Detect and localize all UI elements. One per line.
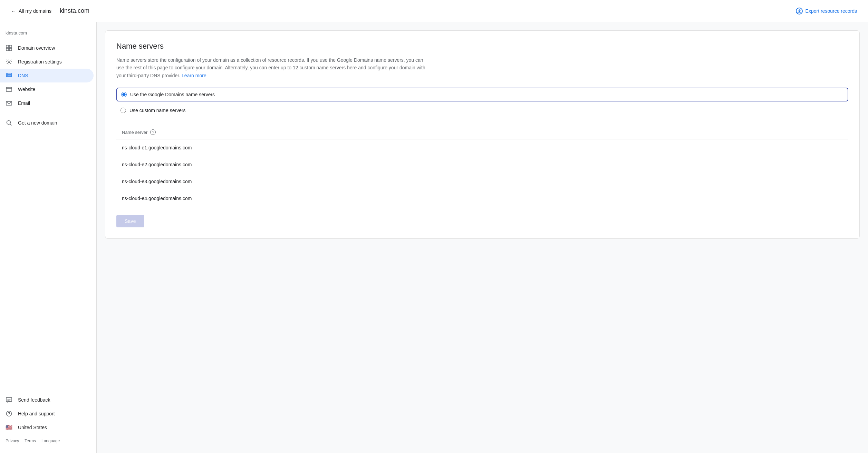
main-content: Name servers Name servers store the conf… xyxy=(97,22,868,453)
sidebar-item-domain-overview[interactable]: Domain overview xyxy=(0,41,94,55)
radio-custom-input[interactable] xyxy=(120,108,126,113)
svg-rect-0 xyxy=(6,45,9,48)
svg-point-14 xyxy=(9,415,9,415)
svg-rect-10 xyxy=(6,101,12,105)
radio-google-label: Use the Google Domains name servers xyxy=(130,92,215,97)
ns-value-2: ns-cloud-e2.googledomains.com xyxy=(122,162,192,167)
ns-row-1: ns-cloud-e1.googledomains.com xyxy=(116,139,848,156)
sidebar-item-get-new-domain[interactable]: Get a new domain xyxy=(0,116,94,130)
sidebar-item-label: Registration settings xyxy=(18,59,62,65)
sidebar-footer: Privacy Terms Language xyxy=(0,434,96,447)
ns-row-3: ns-cloud-e3.googledomains.com xyxy=(116,173,848,190)
card-title: Name servers xyxy=(116,42,848,51)
header-domain-title: kinsta.com xyxy=(60,7,89,14)
ns-row-2: ns-cloud-e2.googledomains.com xyxy=(116,156,848,173)
sidebar-item-label: Website xyxy=(18,87,35,92)
back-arrow-icon: ← xyxy=(11,8,16,14)
website-icon xyxy=(6,86,12,93)
sidebar-bottom: Send feedback Help and support 🇺🇸 United… xyxy=(0,384,96,447)
nameserver-table: Name server ? ns-cloud-e1.googledomains.… xyxy=(116,125,848,207)
sidebar-item-dns[interactable]: DNS xyxy=(0,69,94,82)
sidebar-item-label: Email xyxy=(18,100,30,106)
ns-row-4: ns-cloud-e4.googledomains.com xyxy=(116,190,848,207)
terms-link[interactable]: Terms xyxy=(25,439,36,443)
us-flag-icon: 🇺🇸 xyxy=(6,424,12,431)
ns-value-4: ns-cloud-e4.googledomains.com xyxy=(122,196,192,201)
name-servers-card: Name servers Name servers store the conf… xyxy=(105,30,860,239)
settings-icon xyxy=(6,58,12,65)
sidebar-item-label: Help and support xyxy=(18,411,55,416)
svg-rect-9 xyxy=(6,87,12,91)
dns-icon xyxy=(6,72,12,79)
radio-google-input[interactable] xyxy=(121,92,127,97)
header-left: ← All my domains kinsta.com xyxy=(8,7,89,15)
export-resource-records-button[interactable]: Export resource records xyxy=(793,6,860,16)
search-icon xyxy=(6,119,12,126)
sidebar-item-label: Domain overview xyxy=(18,45,55,51)
save-button[interactable]: Save xyxy=(116,215,144,227)
sidebar-item-help-support[interactable]: Help and support xyxy=(0,407,94,421)
ns-value-1: ns-cloud-e1.googledomains.com xyxy=(122,145,192,150)
card-description: Name servers store the configuration of … xyxy=(116,56,427,79)
sidebar-item-label: DNS xyxy=(18,73,28,78)
back-label: All my domains xyxy=(19,8,51,14)
svg-point-4 xyxy=(8,61,10,63)
help-circle-icon xyxy=(6,410,12,417)
radio-custom-label: Use custom name servers xyxy=(129,108,186,113)
feedback-icon xyxy=(6,396,12,403)
sidebar: kinsta.com Domain overview Regi xyxy=(0,22,97,453)
svg-rect-1 xyxy=(9,45,12,48)
ns-value-3: ns-cloud-e3.googledomains.com xyxy=(122,179,192,184)
svg-point-8 xyxy=(7,76,8,76)
sidebar-item-label: United States xyxy=(18,425,47,430)
sidebar-item-email[interactable]: Email xyxy=(0,96,94,110)
description-text: Name servers store the configuration of … xyxy=(116,57,425,78)
grid-icon xyxy=(6,45,12,51)
sidebar-item-send-feedback[interactable]: Send feedback xyxy=(0,393,94,407)
top-header: ← All my domains kinsta.com Export resou… xyxy=(0,0,868,22)
radio-google-domains[interactable]: Use the Google Domains name servers xyxy=(116,88,848,101)
sidebar-item-registration-settings[interactable]: Registration settings xyxy=(0,55,94,69)
ns-help-icon[interactable]: ? xyxy=(150,129,156,135)
svg-point-7 xyxy=(7,73,8,74)
svg-rect-12 xyxy=(6,397,12,402)
learn-more-link[interactable]: Learn more xyxy=(182,73,206,78)
sidebar-item-label: Send feedback xyxy=(18,397,50,403)
language-link[interactable]: Language xyxy=(41,439,60,443)
export-download-icon xyxy=(796,8,803,14)
back-button[interactable]: ← All my domains xyxy=(8,7,54,15)
sidebar-divider-2 xyxy=(6,390,91,390)
sidebar-item-united-states[interactable]: 🇺🇸 United States xyxy=(0,421,94,434)
ns-column-label: Name server xyxy=(122,130,147,135)
radio-custom-nameservers[interactable]: Use custom name servers xyxy=(116,104,848,117)
email-icon xyxy=(6,100,12,107)
sidebar-item-label: Get a new domain xyxy=(18,120,57,126)
sidebar-divider-1 xyxy=(6,113,91,113)
svg-point-11 xyxy=(7,121,11,125)
svg-rect-3 xyxy=(9,48,12,51)
page-layout: kinsta.com Domain overview Regi xyxy=(0,22,868,453)
sidebar-domain-label: kinsta.com xyxy=(0,28,96,41)
export-label: Export resource records xyxy=(806,8,857,14)
ns-table-header: Name server ? xyxy=(116,125,848,139)
svg-rect-2 xyxy=(6,48,9,51)
privacy-link[interactable]: Privacy xyxy=(6,439,19,443)
sidebar-item-website[interactable]: Website xyxy=(0,82,94,96)
